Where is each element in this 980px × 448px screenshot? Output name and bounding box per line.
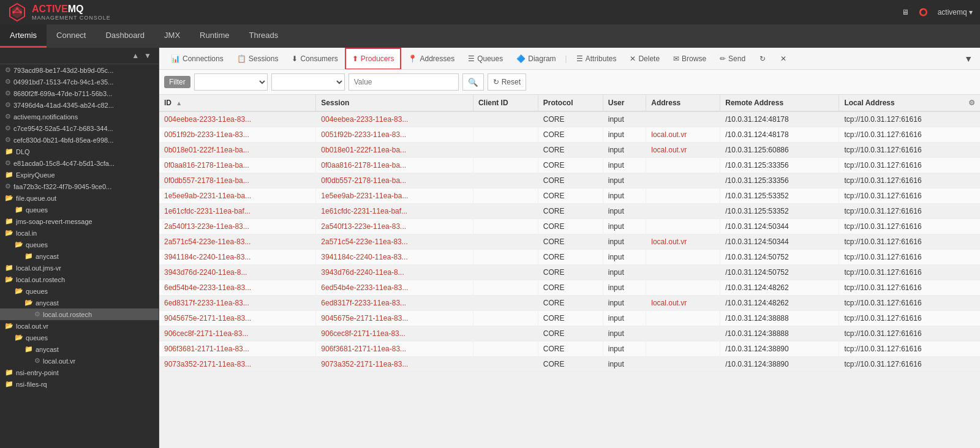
sidebar-item-item11[interactable]: ⚙faa72b3c-f322-4f7b-9045-9ce0... <box>0 181 159 192</box>
subnav-send[interactable]: ✏ Send <box>713 48 752 70</box>
sidebar-item-item27[interactable]: 📁nsi-entry-point <box>0 367 159 378</box>
nav-item-jmx[interactable]: JMX <box>154 24 190 48</box>
refresh-btn[interactable]: ↻ <box>755 52 771 65</box>
filter-reset-btn[interactable]: ↻ Reset <box>488 73 526 91</box>
sidebar-item-item26[interactable]: ⚙local.out.vr <box>0 355 159 367</box>
cell-id[interactable]: 906cec8f-2171-11ea-83... <box>159 326 316 342</box>
cell-id[interactable]: 6ed8317f-2233-11ea-83... <box>159 296 316 311</box>
col-local-address[interactable]: Local Address ⚙ <box>839 95 980 111</box>
nav-item-threads[interactable]: Threads <box>239 24 288 48</box>
sidebar-item-item20[interactable]: 📂queues <box>0 285 159 297</box>
cell-session[interactable]: 0b018e01-222f-11ea-ba... <box>316 143 473 158</box>
sidebar-item-item23[interactable]: 📂local.out.vr <box>0 320 159 332</box>
subnav-diagram[interactable]: 🔷 Diagram <box>510 48 562 70</box>
cell-session[interactable]: 6ed54b4e-2233-11ea-83... <box>316 280 473 296</box>
subnav-browse[interactable]: ✉ Browse <box>666 48 713 70</box>
subnav-consumers[interactable]: ⬇ Consumers <box>285 48 344 70</box>
cell-id[interactable]: 1e61cfdc-2231-11ea-baf... <box>159 204 316 219</box>
cell-id[interactable]: 3943d76d-2240-11ea-8... <box>159 265 316 280</box>
subnav-sessions[interactable]: 📋 Sessions <box>230 48 285 70</box>
cell-address[interactable]: local.out.vr <box>646 143 720 158</box>
cell-id[interactable]: 906f3681-2171-11ea-83... <box>159 342 316 357</box>
sidebar-item-item15[interactable]: 📂local.in <box>0 227 159 239</box>
user-label[interactable]: activemq ▾ <box>938 8 973 17</box>
filter-value-input[interactable] <box>349 73 459 91</box>
nav-item-artemis[interactable]: Artemis <box>0 24 47 48</box>
cell-session[interactable]: 2a571c54-223e-11ea-83... <box>316 234 473 250</box>
filter-search-btn[interactable]: 🔍 <box>462 73 484 91</box>
sidebar-item-item14[interactable]: 📁jms-soap-revert-message <box>0 215 159 227</box>
subnav-producers[interactable]: ⬆ Producers <box>345 48 402 70</box>
sidebar-item-item18[interactable]: 📁local.out.jms-vr <box>0 262 159 274</box>
sidebar-item-item19[interactable]: 📂local.out.rostech <box>0 274 159 285</box>
cell-id[interactable]: 9045675e-2171-11ea-83... <box>159 311 316 326</box>
cell-session[interactable]: 2a540f13-223e-11ea-83... <box>316 219 473 234</box>
subnav-attributes[interactable]: ☰ Attributes <box>570 48 624 70</box>
cell-id[interactable]: 6ed54b4e-2233-11ea-83... <box>159 280 316 296</box>
sidebar-item-item17[interactable]: 📁anycast <box>0 250 159 262</box>
cell-id[interactable]: 0f0db557-2178-11ea-ba... <box>159 173 316 189</box>
cell-session[interactable]: 0051f92b-2233-11ea-83... <box>316 127 473 143</box>
subnav-addresses[interactable]: 📍 Addresses <box>401 48 461 70</box>
sidebar-item-item2[interactable]: ⚙04991bd7-1513-47cb-94c1-e35... <box>0 76 159 88</box>
cell-session[interactable]: 3941184c-2240-11ea-83... <box>316 250 473 265</box>
cell-id[interactable]: 004eebea-2233-11ea-83... <box>159 111 316 127</box>
sidebar-item-item22[interactable]: ⚙local.out.rostech <box>0 308 159 320</box>
cell-session[interactable]: 0f0db557-2178-11ea-ba... <box>316 173 473 189</box>
panel-collapse-btn[interactable]: ▼ <box>962 51 975 66</box>
sidebar-item-item13[interactable]: 📁queues <box>0 204 159 215</box>
cell-address[interactable]: local.out.vr <box>646 234 720 250</box>
cell-id[interactable]: 2a571c54-223e-11ea-83... <box>159 234 316 250</box>
col-clientid[interactable]: Client ID <box>473 95 538 111</box>
col-user[interactable]: User <box>603 95 646 111</box>
nav-item-dashboard[interactable]: Dashboard <box>96 24 154 48</box>
col-remote-address[interactable]: Remote Address <box>720 95 839 111</box>
close-btn[interactable]: ✕ <box>775 52 791 65</box>
cell-session[interactable]: 1e5ee9ab-2231-11ea-ba... <box>316 189 473 204</box>
cell-id[interactable]: 3941184c-2240-11ea-83... <box>159 250 316 265</box>
collapse-up-btn[interactable]: ▲ <box>129 50 141 61</box>
sidebar-item-item24[interactable]: 📂queues <box>0 332 159 343</box>
sidebar-item-item1[interactable]: ⚙793acd98-be17-43d2-bb9d-05c... <box>0 64 159 76</box>
cell-id[interactable]: 2a540f13-223e-11ea-83... <box>159 219 316 234</box>
settings-icon[interactable]: ⚙ <box>968 99 975 107</box>
sidebar-item-item25[interactable]: 📁anycast <box>0 343 159 355</box>
cell-address[interactable]: local.out.vr <box>646 127 720 143</box>
cell-id[interactable]: 1e5ee9ab-2231-11ea-ba... <box>159 189 316 204</box>
cell-session[interactable]: 3943d76d-2240-11ea-8... <box>316 265 473 280</box>
sidebar-item-item5[interactable]: ⚙activemq.notifications <box>0 111 159 122</box>
sidebar-item-item8[interactable]: 📁DLQ <box>0 146 159 157</box>
cell-session[interactable]: 906cec8f-2171-11ea-83... <box>316 326 473 342</box>
subnav-queues[interactable]: ☰ Queues <box>461 48 510 70</box>
sidebar-item-item10[interactable]: 📁ExpiryQueue <box>0 169 159 181</box>
cell-session[interactable]: 1e61cfdc-2231-11ea-baf... <box>316 204 473 219</box>
sidebar-item-item16[interactable]: 📂queues <box>0 239 159 250</box>
nav-item-runtime[interactable]: Runtime <box>190 24 239 48</box>
sidebar-item-item12[interactable]: 📂file.queue.out <box>0 192 159 204</box>
sidebar-item-item6[interactable]: ⚙c7ce9542-52a5-41c7-b683-344... <box>0 122 159 134</box>
filter-field-select[interactable] <box>194 73 268 91</box>
sidebar-item-item7[interactable]: ⚙cefc830d-0b21-4bfd-85ea-e998... <box>0 134 159 146</box>
col-protocol[interactable]: Protocol <box>538 95 603 111</box>
cell-session[interactable]: 6ed8317f-2233-11ea-83... <box>316 296 473 311</box>
sidebar-item-item9[interactable]: ⚙e81acda0-15c8-4c47-b5d1-3cfa... <box>0 157 159 169</box>
sidebar-item-item4[interactable]: ⚙37496d4a-41ad-4345-ab24-c82... <box>0 99 159 111</box>
nav-item-connect[interactable]: Connect <box>47 24 96 48</box>
cell-session[interactable]: 004eebea-2233-11ea-83... <box>316 111 473 127</box>
cell-id[interactable]: 0b018e01-222f-11ea-ba... <box>159 143 316 158</box>
cell-id[interactable]: 0f0aa816-2178-11ea-ba... <box>159 158 316 173</box>
cell-session[interactable]: 9073a352-2171-11ea-83... <box>316 357 473 372</box>
col-address[interactable]: Address <box>646 95 720 111</box>
subnav-delete[interactable]: ✕ Delete <box>623 48 666 70</box>
cell-address[interactable]: local.out.vr <box>646 296 720 311</box>
cell-id[interactable]: 0051f92b-2233-11ea-83... <box>159 127 316 143</box>
sidebar-item-item28[interactable]: 📁nsi-files-rq <box>0 378 159 390</box>
col-id[interactable]: ID ▲ <box>159 95 316 111</box>
subnav-connections[interactable]: 📊 Connections <box>164 48 230 70</box>
cell-id[interactable]: 9073a352-2171-11ea-83... <box>159 357 316 372</box>
monitor-icon[interactable]: 🖥 <box>902 8 909 17</box>
cell-session[interactable]: 9045675e-2171-11ea-83... <box>316 311 473 326</box>
cell-session[interactable]: 0f0aa816-2178-11ea-ba... <box>316 158 473 173</box>
cell-session[interactable]: 906f3681-2171-11ea-83... <box>316 342 473 357</box>
collapse-down-btn[interactable]: ▼ <box>141 50 154 61</box>
